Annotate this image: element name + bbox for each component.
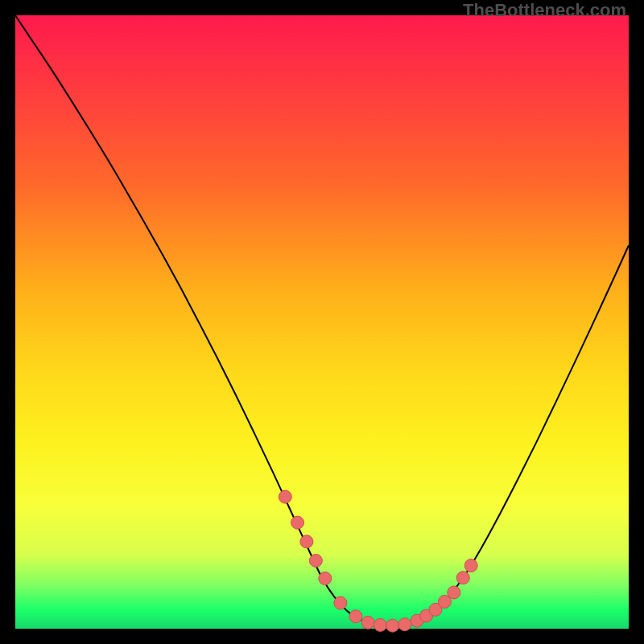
chart-frame: { "layout": { "plot": { "left": 19, "top… (0, 0, 644, 644)
watermark-text: TheBottleneck.com (463, 0, 626, 21)
plot-area (15, 15, 629, 629)
